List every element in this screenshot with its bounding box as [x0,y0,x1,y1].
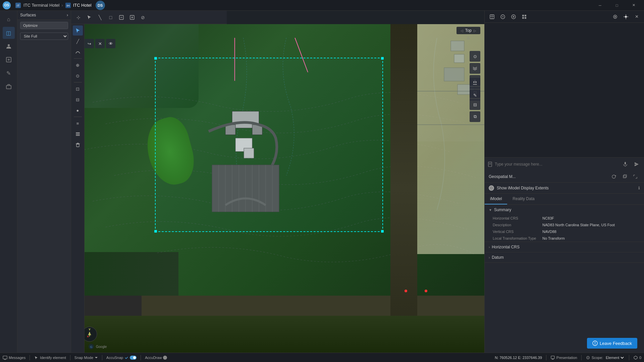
geo-refresh-icon[interactable] [609,172,619,181]
toolbar-minus-icon[interactable] [117,13,126,22]
datum-section-header[interactable]: › Datum [485,252,644,262]
elevations-tool[interactable]: ≡ [73,118,83,128]
rp-plus-icon[interactable] [509,12,518,21]
leave-feedback-button[interactable]: Leave Feedback [587,338,637,349]
main-viewport[interactable]: ↩ ↪ ✕ 👁 ⊙ ◈ ⊡ ⊟ ⧉ ✎ ◁ Top ▷ △ G Googl [71,24,484,353]
close-button[interactable]: ✕ [626,0,641,11]
site-select[interactable]: Site Full [20,33,68,40]
geo-content: ▼ Summary Horizontal CRS NC83F Descripti… [485,205,644,353]
maximize-button[interactable]: □ [609,0,625,11]
summary-chevron-icon: ▼ [489,208,492,212]
chat-doc-icon [487,162,493,167]
svg-rect-75 [624,175,627,177]
left-sidebar: ⌂ ◫ ✎ [0,11,17,353]
scope-select[interactable]: Element [604,355,625,360]
add-tool[interactable]: ⊕ [73,60,83,70]
arc-tool[interactable] [73,47,83,57]
window-controls: ─ □ ✕ [592,0,641,11]
tool-separator-3 [74,117,82,117]
view-label: ◁ Top ▷ [457,27,480,34]
toolbar-circle-icon[interactable]: ⊘ [138,13,148,22]
svg-point-40 [473,81,475,83]
svg-rect-33 [454,54,464,63]
optimize-button[interactable]: Optimize [20,22,68,29]
datum-section: › Datum [485,252,644,263]
rp-grid-icon[interactable] [520,12,529,21]
toolbar-rect-icon[interactable]: □ [106,13,115,22]
split-view-icon[interactable] [470,78,480,88]
panel-close-icon[interactable]: › [67,13,68,17]
hcrs-section-header[interactable]: › Horizontal CRS [485,242,644,252]
section-icon[interactable]: ⧉ [470,111,480,122]
tab-imodel[interactable]: iModel [485,194,507,204]
select-tool[interactable] [73,25,83,36]
svg-point-82 [595,344,595,345]
toolbar-line-icon[interactable]: ╲ [95,13,105,22]
sidebar-item-briefcase[interactable] [3,80,15,93]
sidebar-item-layers[interactable]: ◫ [3,27,15,39]
accu-snap-toggle[interactable] [130,356,137,360]
rp-toggle-display-icon[interactable] [610,12,620,21]
identify-item[interactable]: Identify element [34,355,66,360]
contour-tool[interactable] [73,129,83,139]
camera-settings-icon[interactable]: ⊙ [470,51,480,62]
sidebar-item-data[interactable] [3,54,15,66]
status-sep-6 [581,355,582,360]
tab-reality-data[interactable]: Reality Data [507,194,540,204]
toolbar-grid-icon[interactable]: ⊹ [74,13,83,22]
tool-separator [74,58,82,59]
geo-copy-icon[interactable] [620,172,629,181]
geo-tabs: iModel Reality Data [485,194,644,205]
measure-tool[interactable]: ⊟ [73,95,83,105]
summary-row-hcrs: Horizontal CRS NC83F [485,215,644,222]
accu-draw-toggle[interactable] [163,356,167,360]
breadcrumb-itc-hotel[interactable]: ITC Hotel [73,3,92,8]
view-arrows: △ [457,36,480,39]
rp-close-icon[interactable]: ✕ [632,12,641,21]
google-label: Google [96,345,107,349]
redo-view-button[interactable]: ↪ [85,39,94,48]
titlebar: OS IT ITC Terminal Hotel › IH ITC Hotel … [0,0,644,11]
svg-point-41 [475,81,477,83]
sidebar-item-edit[interactable]: ✎ [3,67,15,79]
summary-section-header[interactable]: ▼ Summary [485,205,644,215]
app-icon: OS [3,1,11,9]
delete-tool[interactable] [73,140,83,150]
mic-icon[interactable] [621,160,630,169]
dot-tool[interactable]: ● [73,105,83,115]
breadcrumb-itc-terminal[interactable]: ITC Terminal Hotel [23,3,59,8]
grid-tool[interactable]: ⊡ [73,84,83,94]
avatar: DS [96,1,105,10]
draw-tools-panel: ╱ ⊕ ⊙ ⊡ ⊟ ● ≡ [71,24,85,353]
edit-view-icon[interactable]: ✎ [470,90,480,101]
rp-sun-icon[interactable] [621,12,631,21]
send-icon[interactable] [632,160,641,169]
chat-input-field[interactable] [495,162,619,167]
view-left-arrow[interactable]: ◁ [461,29,463,33]
sidebar-item-person[interactable] [3,40,15,52]
presentation-item: Presentation [550,355,577,360]
messages-item[interactable]: Messages [3,355,25,360]
ruler-icon[interactable]: ⊟ [470,99,480,110]
bottom-area [71,316,484,353]
rp-minus-icon[interactable] [498,12,507,21]
count-value: 0 [639,356,641,360]
toolbar-plus-icon[interactable] [127,13,137,22]
imodel-display-toggle[interactable] [489,185,494,191]
rp-table-icon[interactable] [487,12,497,21]
circle-tool[interactable]: ⊙ [73,71,83,81]
line-tool[interactable]: ╱ [73,36,83,46]
toolbar-select-icon[interactable] [85,13,94,22]
clear-view-button[interactable]: ✕ [95,39,105,48]
sidebar-item-home[interactable]: ⌂ [3,13,15,25]
right-panel: ✕ Geospatial M... [484,11,644,353]
geo-expand-icon[interactable] [631,172,640,181]
rp-chat-input[interactable] [485,157,644,171]
imodel-info-icon[interactable]: ℹ [638,186,640,190]
layer-icon[interactable] [470,63,480,74]
eye-view-button[interactable]: 👁 [106,39,115,48]
view-up-arrow[interactable]: △ [467,36,470,39]
view-right-arrow[interactable]: ▷ [474,29,476,33]
desc-label: Description [493,223,540,227]
minimize-button[interactable]: ─ [592,0,608,11]
